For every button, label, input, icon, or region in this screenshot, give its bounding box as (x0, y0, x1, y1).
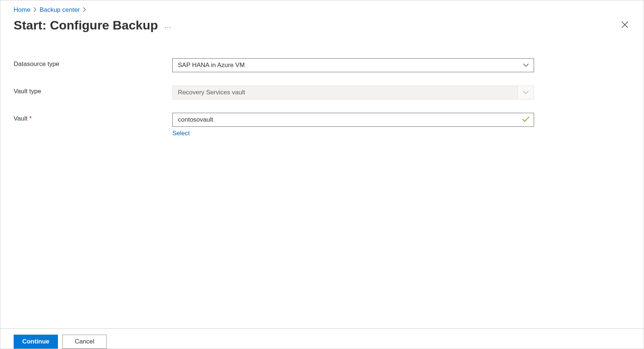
vault-input[interactable] (172, 113, 534, 127)
datasource-type-select[interactable] (172, 58, 534, 72)
more-actions-button[interactable]: ⋯ (165, 24, 172, 31)
chevron-right-icon (83, 7, 86, 13)
breadcrumb-backup-center[interactable]: Backup center (39, 6, 80, 14)
required-indicator: * (29, 115, 32, 122)
cancel-button[interactable]: Cancel (62, 335, 107, 349)
chevron-right-icon (33, 7, 37, 13)
vault-label: Vault * (14, 113, 172, 122)
vault-select-link[interactable]: Select (172, 130, 190, 137)
datasource-type-value[interactable] (172, 58, 534, 72)
page-title: Start: Configure Backup (14, 18, 158, 32)
datasource-type-label: Datasource type (14, 58, 172, 68)
breadcrumb-home[interactable]: Home (14, 6, 30, 14)
vault-type-value (172, 85, 534, 100)
footer-actions: Continue Cancel (0, 328, 644, 349)
vault-type-select (172, 85, 534, 100)
close-icon (621, 24, 629, 30)
breadcrumb: Home Backup center (14, 6, 630, 14)
vault-input-wrap[interactable] (172, 113, 534, 127)
vault-type-label: Vault type (14, 85, 172, 95)
continue-button[interactable]: Continue (14, 335, 58, 349)
close-button[interactable] (619, 19, 630, 31)
